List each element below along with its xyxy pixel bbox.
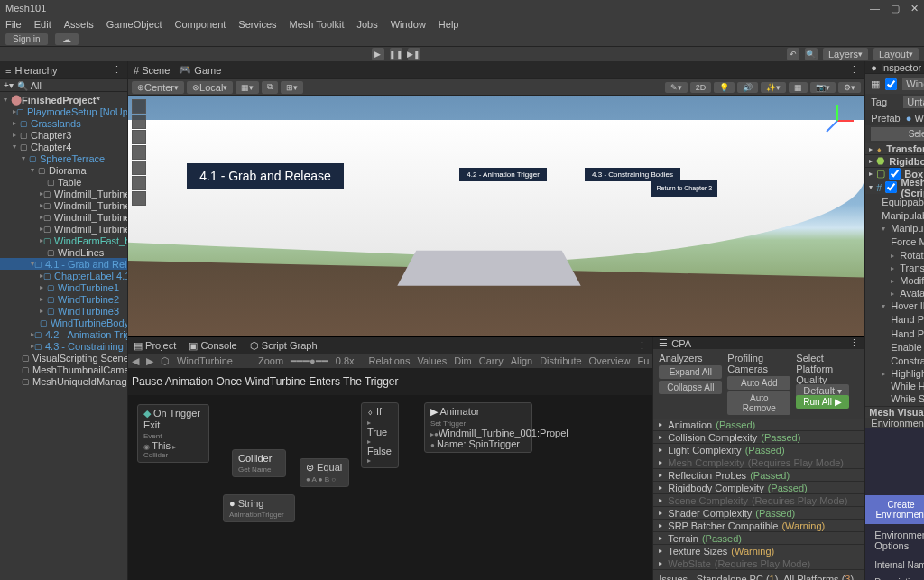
diagnostics-header[interactable]: Mesh Visual Scripting Diagnostics — [865, 406, 924, 418]
node-trigger[interactable]: ◆ On Trigger Exit Event ◉ This ▸ Collide… — [137, 404, 209, 463]
rect-tool[interactable] — [132, 161, 146, 175]
scene-viewport[interactable]: 4.1 - Grab and Release 4.2 - Animation T… — [128, 96, 864, 336]
rigidbody-component[interactable]: ▸⬣ Rigidbody❔ ⋮ — [865, 154, 924, 167]
space-toggle[interactable]: ⊗Local▾ — [187, 81, 233, 94]
hierarchy-item[interactable]: ▢MeshThumbnailCamera — [0, 364, 127, 375]
menu-services[interactable]: Services — [238, 19, 276, 30]
menu-jobs[interactable]: Jobs — [356, 19, 377, 30]
search-icon[interactable]: 🔍 — [805, 48, 818, 60]
runall-button[interactable]: Run All ▶ — [796, 395, 848, 409]
node-animator[interactable]: ▶ Animator Set Trigger ▸●Windmill_Turbin… — [424, 402, 532, 453]
hand-tool[interactable] — [132, 99, 146, 114]
cpa-row[interactable]: ▸Terrain (Passed) — [653, 532, 864, 545]
menu-help[interactable]: Help — [439, 19, 459, 30]
hierarchy-item[interactable]: ▸▢ChapterLabel 4.1 — [0, 270, 127, 281]
pause-button[interactable]: ❚❚ — [390, 48, 402, 60]
menu-assets[interactable]: Assets — [64, 19, 94, 30]
cpa-row[interactable]: ▸Light Complexity (Passed) — [653, 444, 864, 456]
cam-icon[interactable]: 📷▾ — [810, 82, 836, 93]
hierarchy-item[interactable]: ▢VisualScripting SceneVariab — [0, 352, 127, 364]
meshinteractable-component[interactable]: ▾# Mesh Interactable Properties (Script)… — [865, 180, 924, 194]
breadcrumb[interactable]: WindTurbine — [177, 355, 233, 366]
collapse-all-button[interactable]: Collapse All — [659, 381, 722, 394]
audio-icon[interactable]: 🔊 — [737, 82, 758, 93]
hierarchy-item[interactable]: ▸▢WindTurbine3 — [0, 305, 127, 317]
2d-toggle[interactable]: 2D — [690, 82, 712, 93]
hierarchy-item[interactable]: ▸▢Windmill_Turbine_001 — [0, 211, 127, 223]
scene-tab[interactable]: # Scene — [134, 65, 170, 76]
hierarchy-item[interactable]: ▾▢4.1 - Grab and Release — [0, 258, 127, 270]
gizmo-icon[interactable]: ⚙▾ — [838, 82, 861, 93]
hierarchy-item[interactable]: ▢Table — [0, 176, 127, 188]
close-icon[interactable]: ✕ — [910, 3, 919, 14]
layers-dropdown[interactable]: Layers ▾ — [823, 48, 868, 60]
hierarchy-item[interactable]: ▾▢Chapter4 — [0, 141, 127, 152]
hierarchy-item[interactable]: ▢MeshUniqueIdManager — [0, 375, 127, 387]
hierarchy-item[interactable]: ▸▢4.2 - Animation Trigger — [0, 328, 127, 340]
menu-component[interactable]: Component — [174, 19, 226, 30]
snap2-icon[interactable]: ⊞▾ — [281, 81, 303, 94]
menu-edit[interactable]: Edit — [34, 19, 51, 30]
graph-back[interactable]: ◀ — [132, 355, 139, 367]
autorem-button[interactable]: Auto Remove — [727, 391, 790, 415]
cpa-row[interactable]: ▸Shader Complexity (Passed) — [653, 507, 864, 520]
maximize-icon[interactable]: ▢ — [891, 3, 900, 14]
scale-tool[interactable] — [132, 145, 146, 160]
transform-component[interactable]: ▸⬧ Transform❔ ⇄ ⋮ — [865, 143, 924, 154]
grid-icon[interactable]: ▦▾ — [236, 81, 259, 94]
tag-dropdown[interactable]: Untagged ▾ — [903, 96, 924, 108]
cloud-button[interactable]: ☁ — [55, 33, 79, 45]
rotate-tool[interactable] — [132, 130, 146, 144]
hierarchy-item[interactable]: ▢WindLines — [0, 246, 127, 258]
inspector-tab[interactable]: ● Inspector⋮ — [865, 61, 924, 74]
hierarchy-item[interactable]: ▸▢Chapter3 — [0, 129, 127, 141]
layout-dropdown[interactable]: Layout ▾ — [873, 48, 919, 60]
hierarchy-item[interactable]: ▸▢WindFarmFast_boat — [0, 235, 127, 246]
hierarchy-item[interactable]: ▸▢Grasslands — [0, 117, 127, 129]
hierarchy-item[interactable]: ▾▢SphereTerrace — [0, 152, 127, 164]
search-hierarchy[interactable]: 🔍 All — [17, 80, 42, 91]
node-if[interactable]: ⬨ If ▸ True ▸ False ▸ — [361, 402, 399, 468]
cpa-row[interactable]: ▸WebSlate (Requires Play Mode) — [653, 557, 864, 570]
cpa-row[interactable]: ▸SRP Batcher Compatible (Warning) — [653, 520, 864, 532]
object-name-field[interactable]: WindTurbine1 — [902, 78, 924, 90]
draw-icon[interactable]: ✎▾ — [665, 82, 688, 93]
fx-icon[interactable]: ✨▾ — [761, 82, 786, 93]
prefab-select-button[interactable]: Select — [871, 127, 924, 141]
hierarchy-item[interactable]: ▸▢PlaymodeSetup [NoUpl — [0, 106, 127, 117]
snap-icon[interactable]: ⧉ — [262, 81, 278, 94]
gameobject-enabled-checkbox[interactable] — [885, 78, 897, 90]
hierarchy-item[interactable]: ▸▢Windmill_Turbine_001 — [0, 223, 127, 235]
hierarchy-item[interactable]: ▾▢Diorama — [0, 164, 127, 176]
menu-meshtoolkit[interactable]: Mesh Toolkit — [290, 19, 345, 30]
cpa-row[interactable]: ▸Scene Complexity (Requires Play Mode) — [653, 494, 864, 507]
play-button[interactable]: ▶ — [372, 48, 384, 60]
minimize-icon[interactable]: — — [870, 3, 880, 14]
add-button[interactable]: +▾ — [4, 80, 14, 90]
transform-tool[interactable] — [132, 176, 146, 190]
node-equal[interactable]: ⊜ Equal ● A ● B ○ — [300, 458, 349, 487]
view-icon[interactable]: ▦ — [789, 82, 808, 93]
hierarchy-tab[interactable]: ≡ Hierarchy⋮ — [0, 61, 127, 79]
pivot-toggle[interactable]: ⊕Center▾ — [132, 81, 184, 94]
hierarchy-item[interactable]: ▸▢WindTurbine2 — [0, 293, 127, 305]
hierarchy-item[interactable]: ▸▢Windmill_Turbine_001 — [0, 188, 127, 199]
hierarchy-item[interactable]: ▸▢WindTurbine1 — [0, 281, 127, 293]
menu-gameobject[interactable]: GameObject — [106, 19, 162, 30]
undo-icon[interactable]: ↶ — [787, 48, 799, 60]
move-tool[interactable] — [132, 115, 146, 129]
graph-canvas[interactable]: ◆ On Trigger Exit Event ◉ This ▸ Collide… — [128, 395, 652, 580]
game-tab[interactable]: 🎮 Game — [179, 64, 221, 76]
cpa-row[interactable]: ▸Collision Complexity (Passed) — [653, 431, 864, 444]
hierarchy-item[interactable]: ▸▢Windmill_Turbine_001 — [0, 199, 127, 211]
scriptgraph-tab[interactable]: ⬡ Script Graph — [250, 340, 318, 352]
autoadd-button[interactable]: Auto Add — [727, 376, 790, 390]
project-tab[interactable]: ▤ Project — [134, 340, 176, 352]
hierarchy-item[interactable]: ▸▢4.3 - Constraining Bodie — [0, 340, 127, 352]
node-string[interactable]: ● String AnimationTrigger — [223, 494, 295, 522]
light-icon[interactable]: 💡 — [714, 82, 735, 93]
cpa-tab[interactable]: ☰ CPA⋮ — [653, 337, 864, 349]
console-tab[interactable]: ▣ Console — [189, 340, 236, 352]
hierarchy-item[interactable]: ▢WindTurbineBody — [0, 317, 127, 328]
graph-fwd[interactable]: ▶ — [146, 355, 153, 367]
